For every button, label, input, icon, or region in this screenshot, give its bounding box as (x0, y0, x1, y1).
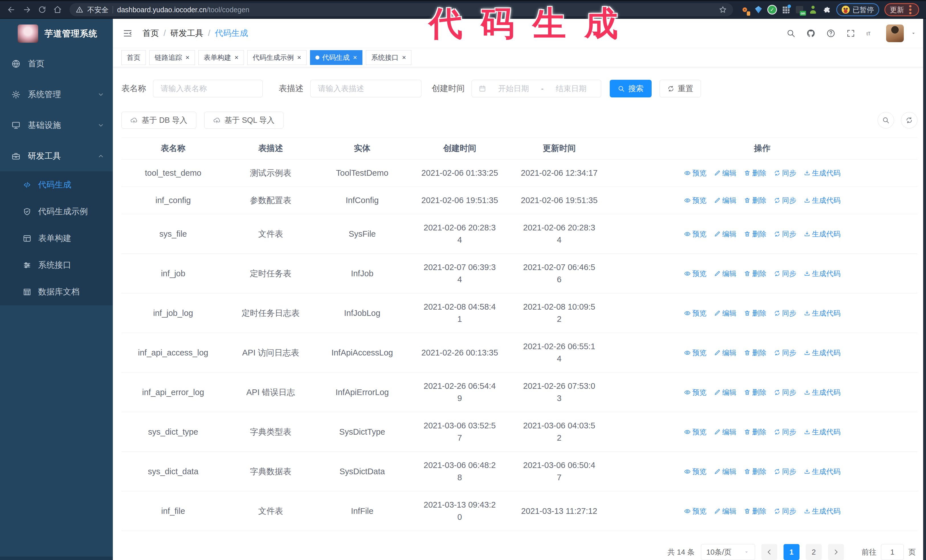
action-link[interactable]: 编辑 (714, 505, 737, 517)
action-link[interactable]: 生成代码 (804, 505, 841, 517)
address-bar[interactable]: 不安全 dashboard.yudao.iocoder.cn/tool/code… (70, 3, 733, 16)
action-link[interactable]: 同步 (774, 505, 796, 517)
close-icon[interactable]: × (402, 54, 406, 61)
tab-view-tag[interactable]: 系统接口× (366, 50, 412, 65)
date-range-picker[interactable]: 开始日期 - 结束日期 (472, 80, 601, 97)
action-link[interactable]: 预览 (684, 267, 707, 280)
reset-button[interactable]: 重置 (660, 80, 701, 97)
action-link[interactable]: 生成代码 (804, 194, 841, 207)
page-number[interactable]: 1 (784, 544, 799, 560)
tab-view-tag[interactable]: 链路追踪× (149, 50, 195, 65)
caret-down-icon[interactable] (911, 30, 916, 36)
import-db-button[interactable]: 基于 DB 导入 (121, 112, 196, 129)
action-link[interactable]: 编辑 (714, 386, 737, 398)
tab-view-tag[interactable]: 表单构建× (198, 50, 244, 65)
action-link[interactable]: 同步 (774, 167, 796, 179)
prev-page-button[interactable] (761, 544, 777, 560)
action-link[interactable]: 编辑 (714, 465, 737, 478)
sidebar-item[interactable]: 研发工具 (0, 141, 113, 172)
action-link[interactable]: 生成代码 (804, 267, 841, 280)
action-link[interactable]: 编辑 (714, 307, 737, 319)
breadcrumb-item[interactable]: 首页 (142, 28, 159, 39)
reload-icon[interactable] (35, 3, 49, 17)
action-link[interactable]: 生成代码 (804, 465, 841, 478)
action-link[interactable]: 生成代码 (804, 347, 841, 359)
action-link[interactable]: 编辑 (714, 267, 737, 280)
extension-dark-icon[interactable]: on (795, 5, 804, 14)
hamburger-icon[interactable] (123, 28, 133, 38)
back-icon[interactable] (5, 3, 18, 17)
close-icon[interactable]: × (353, 54, 357, 61)
action-link[interactable]: 删除 (744, 194, 766, 207)
close-icon[interactable]: × (235, 54, 239, 61)
table-desc-field[interactable] (310, 80, 421, 97)
action-link[interactable]: 生成代码 (804, 426, 841, 438)
action-link[interactable]: 预览 (684, 505, 707, 517)
sidebar-subitem[interactable]: 代码生成 (0, 172, 113, 198)
search-button[interactable]: 搜索 (610, 80, 652, 97)
action-link[interactable]: 编辑 (714, 167, 737, 179)
action-link[interactable]: 删除 (744, 307, 766, 319)
next-page-button[interactable] (828, 544, 844, 560)
action-link[interactable]: 删除 (744, 386, 766, 398)
extension-person-icon[interactable] (809, 5, 817, 14)
action-link[interactable]: 编辑 (714, 347, 737, 359)
close-icon[interactable]: × (297, 54, 301, 61)
action-link[interactable]: 编辑 (714, 228, 737, 240)
import-sql-button[interactable]: 基于 SQL 导入 (204, 112, 283, 129)
refresh-table-button[interactable] (901, 112, 917, 128)
forward-icon[interactable] (20, 3, 33, 17)
sidebar-subitem[interactable]: 表单构建 (0, 225, 113, 252)
action-link[interactable]: 编辑 (714, 194, 737, 207)
search-icon[interactable] (787, 29, 796, 38)
action-link[interactable]: 删除 (744, 167, 766, 179)
action-link[interactable]: 生成代码 (804, 307, 841, 319)
action-link[interactable]: 删除 (744, 465, 766, 478)
action-link[interactable]: 同步 (774, 307, 796, 319)
extension-grid-icon[interactable] (782, 5, 790, 14)
update-badge[interactable]: 更新 (884, 3, 919, 16)
sidebar-subitem[interactable]: 数据库文档 (0, 279, 113, 305)
menu-dots-icon[interactable] (909, 9, 911, 11)
action-link[interactable]: 删除 (744, 267, 766, 280)
sidebar-subitem[interactable]: 系统接口 (0, 252, 113, 279)
avatar[interactable] (886, 24, 904, 42)
action-link[interactable]: 同步 (774, 426, 796, 438)
table-desc-input[interactable] (318, 84, 414, 94)
action-link[interactable]: 预览 (684, 386, 707, 398)
action-link[interactable]: 同步 (774, 228, 796, 240)
sidebar-subitem[interactable]: 代码生成示例 (0, 198, 113, 225)
tab-view-tag[interactable]: 首页 (121, 50, 146, 65)
action-link[interactable]: 删除 (744, 505, 766, 517)
action-link[interactable]: 预览 (684, 307, 707, 319)
action-link[interactable]: 生成代码 (804, 228, 841, 240)
action-link[interactable]: 预览 (684, 347, 707, 359)
extension-check-icon[interactable]: ✓ (768, 5, 776, 14)
action-link[interactable]: 生成代码 (804, 386, 841, 398)
action-link[interactable]: 预览 (684, 167, 707, 179)
action-link[interactable]: 删除 (744, 426, 766, 438)
goto-page-input[interactable] (881, 544, 904, 560)
table-name-field[interactable] (153, 80, 263, 97)
page-size-select[interactable]: 10条/页 (701, 544, 755, 560)
action-link[interactable]: 同步 (774, 386, 796, 398)
question-icon[interactable] (826, 29, 835, 38)
breadcrumb-item[interactable]: 研发工具 (170, 28, 203, 39)
action-link[interactable]: 预览 (684, 465, 707, 478)
sidebar-item[interactable]: 首页 (0, 48, 113, 79)
extension-gem-icon[interactable] (754, 5, 763, 14)
action-link[interactable]: 删除 (744, 347, 766, 359)
tab-view-tag[interactable]: 代码生成示例× (247, 50, 307, 65)
close-icon[interactable]: × (186, 54, 189, 61)
bookmark-star-icon[interactable] (719, 6, 727, 14)
toggle-search-button[interactable] (878, 112, 894, 128)
tab-view-tag[interactable]: 代码生成× (310, 50, 362, 65)
action-link[interactable]: 同步 (774, 347, 796, 359)
home-icon[interactable] (51, 3, 64, 17)
action-link[interactable]: 预览 (684, 194, 707, 207)
action-link[interactable]: 生成代码 (804, 167, 841, 179)
sidebar-item[interactable]: 基础设施 (0, 110, 113, 141)
page-number[interactable]: 2 (806, 544, 822, 560)
sidebar-item[interactable]: 系统管理 (0, 79, 113, 110)
action-link[interactable]: 同步 (774, 194, 796, 207)
